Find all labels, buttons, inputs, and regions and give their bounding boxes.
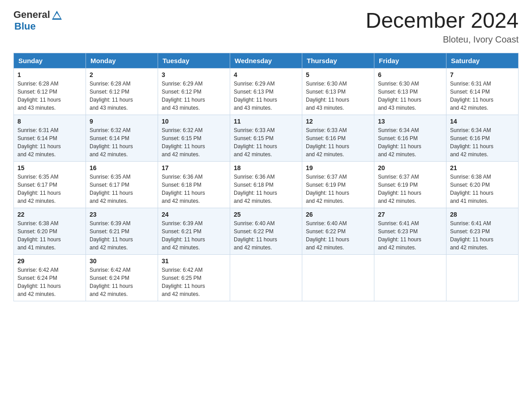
day-number: 29 — [17, 257, 82, 265]
day-info: Sunrise: 6:38 AMSunset: 6:20 PMDaylight:… — [450, 174, 493, 204]
day-info: Sunrise: 6:36 AMSunset: 6:18 PMDaylight:… — [162, 174, 205, 204]
calendar-day-cell: 29 Sunrise: 6:42 AMSunset: 6:24 PMDaylig… — [14, 254, 86, 301]
calendar-day-cell: 20 Sunrise: 6:37 AMSunset: 6:19 PMDaylig… — [374, 161, 446, 208]
calendar-week-row: 29 Sunrise: 6:42 AMSunset: 6:24 PMDaylig… — [14, 254, 519, 301]
calendar-day-cell: 24 Sunrise: 6:39 AMSunset: 6:21 PMDaylig… — [158, 208, 230, 254]
day-info: Sunrise: 6:32 AMSunset: 6:15 PMDaylight:… — [162, 127, 205, 158]
logo-blue-text: Blue — [14, 21, 36, 32]
calendar-day-cell: 1 Sunrise: 6:28 AMSunset: 6:12 PMDayligh… — [14, 68, 86, 115]
day-number: 26 — [306, 211, 370, 218]
calendar-day-cell: 3 Sunrise: 6:29 AMSunset: 6:12 PMDayligh… — [158, 68, 230, 115]
day-info: Sunrise: 6:38 AMSunset: 6:20 PMDaylight:… — [17, 220, 61, 251]
calendar-day-cell: 12 Sunrise: 6:33 AMSunset: 6:16 PMDaylig… — [302, 115, 374, 161]
calendar-day-cell — [230, 254, 302, 301]
day-number: 17 — [162, 164, 226, 171]
calendar-day-cell: 5 Sunrise: 6:30 AMSunset: 6:13 PMDayligh… — [302, 68, 374, 115]
day-number: 8 — [17, 118, 82, 125]
calendar-week-row: 8 Sunrise: 6:31 AMSunset: 6:14 PMDayligh… — [14, 115, 519, 161]
day-number: 13 — [378, 118, 442, 125]
day-info: Sunrise: 6:35 AMSunset: 6:17 PMDaylight:… — [90, 174, 133, 204]
day-number: 31 — [162, 257, 226, 265]
day-info: Sunrise: 6:41 AMSunset: 6:23 PMDaylight:… — [378, 220, 421, 251]
day-number: 10 — [162, 118, 226, 125]
page-subtitle: Bloteu, Ivory Coast — [365, 34, 519, 45]
day-number: 1 — [17, 71, 82, 78]
calendar-day-cell: 17 Sunrise: 6:36 AMSunset: 6:18 PMDaylig… — [158, 161, 230, 208]
calendar-day-cell: 4 Sunrise: 6:29 AMSunset: 6:13 PMDayligh… — [230, 68, 302, 115]
day-info: Sunrise: 6:34 AMSunset: 6:16 PMDaylight:… — [450, 127, 493, 158]
day-number: 23 — [90, 211, 154, 218]
calendar-day-cell: 13 Sunrise: 6:34 AMSunset: 6:16 PMDaylig… — [374, 115, 446, 161]
calendar-day-cell: 15 Sunrise: 6:35 AMSunset: 6:17 PMDaylig… — [14, 161, 86, 208]
day-info: Sunrise: 6:29 AMSunset: 6:12 PMDaylight:… — [162, 81, 205, 111]
day-number: 14 — [450, 118, 515, 125]
day-number: 20 — [378, 164, 442, 171]
calendar-day-cell — [446, 254, 519, 301]
calendar-day-cell: 25 Sunrise: 6:40 AMSunset: 6:22 PMDaylig… — [230, 208, 302, 254]
day-info: Sunrise: 6:32 AMSunset: 6:14 PMDaylight:… — [90, 127, 133, 158]
calendar-day-cell: 22 Sunrise: 6:38 AMSunset: 6:20 PMDaylig… — [14, 208, 86, 254]
day-info: Sunrise: 6:37 AMSunset: 6:19 PMDaylight:… — [378, 174, 421, 204]
calendar-week-row: 1 Sunrise: 6:28 AMSunset: 6:12 PMDayligh… — [14, 68, 519, 115]
title-block: December 2024 Bloteu, Ivory Coast — [365, 9, 519, 45]
day-number: 15 — [17, 164, 82, 171]
calendar-day-cell: 23 Sunrise: 6:39 AMSunset: 6:21 PMDaylig… — [86, 208, 158, 254]
day-number: 18 — [234, 164, 298, 171]
calendar-day-cell: 2 Sunrise: 6:28 AMSunset: 6:12 PMDayligh… — [86, 68, 158, 115]
calendar-day-cell: 21 Sunrise: 6:38 AMSunset: 6:20 PMDaylig… — [446, 161, 519, 208]
day-number: 9 — [90, 118, 154, 125]
day-info: Sunrise: 6:41 AMSunset: 6:23 PMDaylight:… — [450, 220, 493, 251]
day-number: 6 — [378, 71, 442, 78]
calendar-table: SundayMondayTuesdayWednesdayThursdayFrid… — [13, 53, 519, 301]
calendar-day-cell — [302, 254, 374, 301]
day-number: 22 — [17, 211, 82, 218]
calendar-day-cell: 27 Sunrise: 6:41 AMSunset: 6:23 PMDaylig… — [374, 208, 446, 254]
calendar-day-cell: 7 Sunrise: 6:31 AMSunset: 6:14 PMDayligh… — [446, 68, 519, 115]
day-number: 21 — [450, 164, 515, 171]
day-number: 27 — [378, 211, 442, 218]
day-info: Sunrise: 6:33 AMSunset: 6:15 PMDaylight:… — [234, 127, 277, 158]
day-info: Sunrise: 6:35 AMSunset: 6:17 PMDaylight:… — [17, 174, 61, 204]
calendar-day-header: Friday — [374, 53, 446, 68]
logo-general-text: General — [13, 9, 50, 21]
calendar-day-cell: 30 Sunrise: 6:42 AMSunset: 6:24 PMDaylig… — [86, 254, 158, 301]
calendar-day-cell: 26 Sunrise: 6:40 AMSunset: 6:22 PMDaylig… — [302, 208, 374, 254]
calendar-week-row: 22 Sunrise: 6:38 AMSunset: 6:20 PMDaylig… — [14, 208, 519, 254]
day-number: 2 — [90, 71, 154, 78]
day-info: Sunrise: 6:28 AMSunset: 6:12 PMDaylight:… — [90, 81, 133, 111]
calendar-day-header: Wednesday — [230, 53, 302, 68]
day-number: 5 — [306, 71, 370, 78]
day-info: Sunrise: 6:33 AMSunset: 6:16 PMDaylight:… — [306, 127, 349, 158]
day-number: 11 — [234, 118, 298, 125]
day-number: 3 — [162, 71, 226, 78]
day-info: Sunrise: 6:29 AMSunset: 6:13 PMDaylight:… — [234, 81, 277, 111]
calendar-day-cell: 10 Sunrise: 6:32 AMSunset: 6:15 PMDaylig… — [158, 115, 230, 161]
day-info: Sunrise: 6:37 AMSunset: 6:19 PMDaylight:… — [306, 174, 349, 204]
day-info: Sunrise: 6:28 AMSunset: 6:12 PMDaylight:… — [17, 81, 61, 111]
calendar-day-header: Sunday — [14, 53, 86, 68]
day-number: 30 — [90, 257, 154, 265]
logo: General Blue — [13, 9, 63, 32]
calendar-day-header: Saturday — [446, 53, 519, 68]
day-info: Sunrise: 6:39 AMSunset: 6:21 PMDaylight:… — [90, 220, 133, 251]
calendar-day-cell: 19 Sunrise: 6:37 AMSunset: 6:19 PMDaylig… — [302, 161, 374, 208]
calendar-day-cell: 6 Sunrise: 6:30 AMSunset: 6:13 PMDayligh… — [374, 68, 446, 115]
calendar-week-row: 15 Sunrise: 6:35 AMSunset: 6:17 PMDaylig… — [14, 161, 519, 208]
calendar-day-cell: 31 Sunrise: 6:42 AMSunset: 6:25 PMDaylig… — [158, 254, 230, 301]
day-info: Sunrise: 6:40 AMSunset: 6:22 PMDaylight:… — [234, 220, 277, 251]
day-info: Sunrise: 6:30 AMSunset: 6:13 PMDaylight:… — [378, 81, 421, 111]
calendar-day-cell: 9 Sunrise: 6:32 AMSunset: 6:14 PMDayligh… — [86, 115, 158, 161]
calendar-header-row: SundayMondayTuesdayWednesdayThursdayFrid… — [14, 53, 519, 68]
day-number: 7 — [450, 71, 515, 78]
day-info: Sunrise: 6:31 AMSunset: 6:14 PMDaylight:… — [17, 127, 61, 158]
calendar-day-cell: 16 Sunrise: 6:35 AMSunset: 6:17 PMDaylig… — [86, 161, 158, 208]
day-info: Sunrise: 6:42 AMSunset: 6:24 PMDaylight:… — [17, 267, 61, 297]
day-info: Sunrise: 6:30 AMSunset: 6:13 PMDaylight:… — [306, 81, 349, 111]
calendar-day-header: Thursday — [302, 53, 374, 68]
day-number: 19 — [306, 164, 370, 171]
day-info: Sunrise: 6:36 AMSunset: 6:18 PMDaylight:… — [234, 174, 277, 204]
calendar-day-cell: 28 Sunrise: 6:41 AMSunset: 6:23 PMDaylig… — [446, 208, 519, 254]
day-number: 4 — [234, 71, 298, 78]
day-number: 25 — [234, 211, 298, 218]
day-number: 24 — [162, 211, 226, 218]
